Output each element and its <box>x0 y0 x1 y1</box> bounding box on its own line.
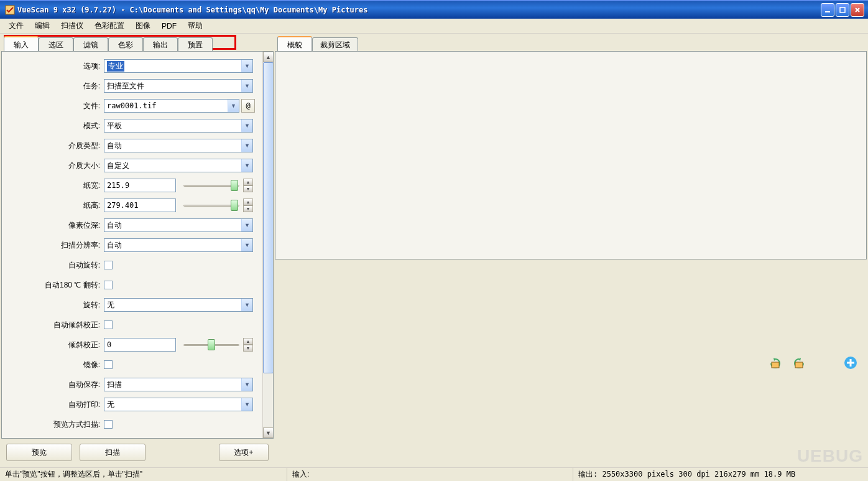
label-options: 选项: <box>4 61 104 72</box>
input-deskew[interactable]: 0 <box>104 338 176 352</box>
preview-area <box>275 51 867 259</box>
checkbox-auto-180[interactable] <box>104 281 113 289</box>
options-plus-button[interactable]: 选项+ <box>219 444 269 461</box>
dropdown-media-type[interactable]: 自动▼ <box>104 139 253 152</box>
label-media-type: 介质类型: <box>4 141 104 151</box>
dropdown-auto-save[interactable]: 扫描▼ <box>104 378 253 391</box>
tab-filter[interactable]: 滤镜 <box>73 37 108 51</box>
slider-deskew[interactable] <box>183 339 239 351</box>
close-button[interactable] <box>851 3 864 17</box>
menu-file[interactable]: 文件 <box>4 19 29 32</box>
scan-button[interactable]: 扫描 <box>80 444 145 461</box>
scroll-down-icon[interactable]: ▼ <box>263 427 274 438</box>
label-auto-deskew: 自动倾斜校正: <box>4 320 104 330</box>
tab-crop[interactable]: 选区 <box>39 37 73 51</box>
chevron-down-icon: ▼ <box>241 219 252 231</box>
titlebar: VueScan 9 x32 (9.7.27) - C:\Documents an… <box>0 0 868 19</box>
menu-image[interactable]: 图像 <box>131 19 155 32</box>
label-mirror: 镜像: <box>4 360 104 370</box>
chevron-down-icon: ▼ <box>241 139 252 152</box>
status-output: 输出: 2550x3300 pixels 300 dpi 216x279 mm … <box>573 468 868 481</box>
checkbox-mirror[interactable] <box>104 360 113 369</box>
minimize-button[interactable] <box>821 3 834 17</box>
status-hint: 单击"预览"按钮，调整选区后，单击"扫描" <box>0 468 287 481</box>
dropdown-task[interactable]: 扫描至文件▼ <box>104 79 253 93</box>
slider-width[interactable] <box>183 179 239 192</box>
label-task: 任务: <box>4 81 104 91</box>
menu-help[interactable]: 帮助 <box>183 19 208 32</box>
scrollbar[interactable]: ▲ ▼ <box>262 52 273 438</box>
input-height[interactable]: 279.401 <box>104 198 176 212</box>
svg-rect-3 <box>772 362 779 368</box>
menubar: 文件 编辑 扫描仪 色彩配置 图像 PDF 帮助 <box>0 19 868 34</box>
rotate-right-button[interactable] <box>791 355 808 370</box>
label-file: 文件: <box>4 101 104 111</box>
menu-edit[interactable]: 编辑 <box>30 19 55 32</box>
label-height: 纸高: <box>4 200 104 211</box>
add-button[interactable] <box>842 355 859 370</box>
label-preview-scan: 预览方式扫描: <box>4 419 104 430</box>
label-auto-print: 自动打印: <box>4 399 104 410</box>
svg-rect-1 <box>825 11 830 12</box>
svg-rect-2 <box>840 7 845 12</box>
chevron-down-icon: ▼ <box>241 299 252 311</box>
scrollbar-thumb[interactable] <box>263 62 274 373</box>
chevron-down-icon: ▼ <box>241 119 252 132</box>
dropdown-auto-print[interactable]: 无▼ <box>104 398 253 411</box>
tab-color[interactable]: 色彩 <box>108 37 143 51</box>
preview-button[interactable]: 预览 <box>6 444 72 461</box>
chevron-down-icon: ▼ <box>228 100 239 112</box>
checkbox-auto-rotate[interactable] <box>104 261 113 269</box>
menu-pdf[interactable]: PDF <box>157 21 182 32</box>
label-auto-rotate: 自动旋转: <box>4 260 104 271</box>
input-width[interactable]: 215.9 <box>104 179 176 192</box>
label-width: 纸宽: <box>4 180 104 191</box>
spinner-deskew[interactable]: ▲▼ <box>243 338 253 352</box>
label-bit-depth: 像素位深: <box>4 220 104 231</box>
spinner-width[interactable]: ▲▼ <box>243 179 253 192</box>
menu-scanner[interactable]: 扫描仪 <box>56 19 88 32</box>
label-deskew: 倾斜校正: <box>4 340 104 350</box>
tab-overview[interactable]: 概貌 <box>277 36 312 51</box>
at-button[interactable]: @ <box>241 99 255 113</box>
menu-color[interactable]: 色彩配置 <box>90 19 129 32</box>
window-title: VueScan 9 x32 (9.7.27) - C:\Documents an… <box>17 6 821 14</box>
chevron-down-icon: ▼ <box>241 159 252 172</box>
maximize-button[interactable] <box>836 3 849 17</box>
tab-output[interactable]: 输出 <box>143 37 178 51</box>
chevron-down-icon: ▼ <box>241 239 252 251</box>
scroll-up-icon[interactable]: ▲ <box>263 52 274 62</box>
checkbox-preview-scan[interactable] <box>104 420 113 429</box>
left-panel-body: 选项: 专业▼ 任务: 扫描至文件▼ 文件: raw0001.tif▼ @ 模式… <box>1 51 274 439</box>
statusbar: 单击"预览"按钮，调整选区后，单击"扫描" 输入: 输出: 2550x3300 … <box>0 467 868 481</box>
tab-input[interactable]: 输入 <box>4 36 39 51</box>
status-input: 输入: <box>287 468 573 481</box>
label-media-size: 介质大小: <box>4 161 104 171</box>
right-tabs: 概貌 裁剪区域 <box>275 35 867 51</box>
spinner-height[interactable]: ▲▼ <box>243 198 253 212</box>
label-resolution: 扫描分辨率: <box>4 240 104 251</box>
tab-crop-area[interactable]: 裁剪区域 <box>312 37 358 51</box>
label-auto-save: 自动保存: <box>4 380 104 390</box>
tab-preset[interactable]: 预置 <box>178 37 213 51</box>
slider-height[interactable] <box>183 199 239 212</box>
chevron-down-icon: ▼ <box>241 378 252 391</box>
dropdown-media-size[interactable]: 自定义▼ <box>104 159 253 172</box>
checkbox-auto-deskew[interactable] <box>104 320 113 329</box>
rotate-left-button[interactable] <box>766 355 783 370</box>
chevron-down-icon: ▼ <box>241 398 252 411</box>
app-icon <box>5 5 15 15</box>
chevron-down-icon: ▼ <box>241 60 252 72</box>
label-auto-180: 自动180 ℃ 翻转: <box>4 280 104 291</box>
left-tabs: 输入 选区 滤镜 色彩 输出 预置 <box>1 35 274 51</box>
label-rotate: 旋转: <box>4 300 104 311</box>
label-mode: 模式: <box>4 121 104 131</box>
chevron-down-icon: ▼ <box>241 80 252 92</box>
dropdown-file[interactable]: raw0001.tif▼ <box>104 99 239 113</box>
dropdown-mode[interactable]: 平板▼ <box>104 119 253 133</box>
dropdown-bit-depth[interactable]: 自动▼ <box>104 218 253 232</box>
dropdown-options[interactable]: 专业▼ <box>104 59 253 73</box>
dropdown-rotate[interactable]: 无▼ <box>104 298 253 312</box>
svg-rect-4 <box>795 362 803 368</box>
dropdown-resolution[interactable]: 自动▼ <box>104 238 253 252</box>
